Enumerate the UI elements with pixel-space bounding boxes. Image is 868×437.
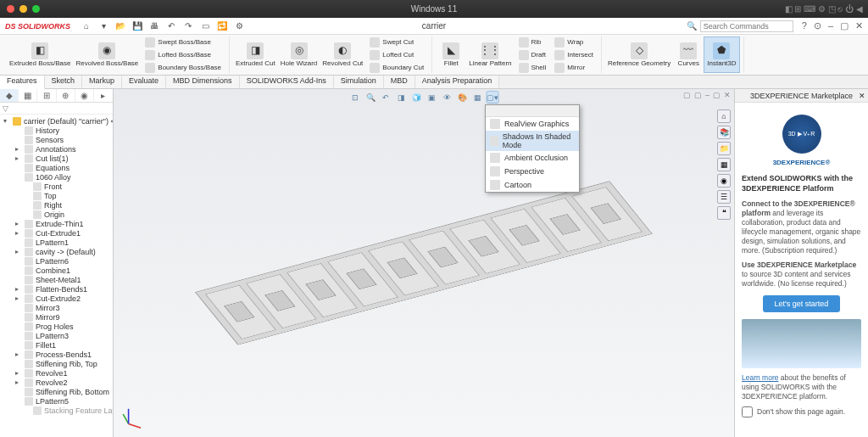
reference-geometry-button[interactable]: ◇Reference Geometry: [605, 36, 673, 73]
hide-show-icon[interactable]: 👁: [441, 91, 453, 104]
taskpane-view-palette-icon[interactable]: ▦: [717, 158, 731, 171]
tree-item[interactable]: ▸Revolve1: [2, 368, 111, 378]
mac-close[interactable]: [7, 5, 14, 13]
draft-button[interactable]: Draft: [516, 49, 549, 61]
edit-appearance-icon[interactable]: 🎨: [456, 91, 469, 104]
wrap-button[interactable]: Wrap: [552, 36, 596, 48]
config-tab[interactable]: ⊞: [37, 89, 56, 102]
tree-item[interactable]: Equations: [2, 163, 111, 172]
vp-max-icon[interactable]: ▢: [694, 91, 702, 99]
vp-min2-icon[interactable]: –: [705, 91, 709, 99]
view-settings-icon[interactable]: ▢▾: [487, 91, 499, 104]
vp-restore-icon[interactable]: ▢: [713, 91, 721, 99]
tree-item[interactable]: Mirror3: [2, 303, 111, 312]
mirror-button[interactable]: Mirror: [552, 62, 596, 74]
tab-solidworks-add-ins[interactable]: SOLIDWORKS Add-Ins: [240, 76, 334, 88]
tree-item[interactable]: Fillet1: [2, 340, 111, 350]
feature-tree-tab[interactable]: ◆: [0, 89, 19, 102]
tree-item[interactable]: LPattern1: [2, 238, 111, 247]
tree-item[interactable]: LPattern6: [2, 256, 111, 266]
mac-minimize[interactable]: [19, 5, 27, 13]
view-setting-ambient-occlusion[interactable]: Ambient Occlusion: [486, 151, 579, 165]
view-setting-cartoon[interactable]: Cartoon: [486, 178, 579, 192]
property-tab[interactable]: ▦: [19, 89, 37, 102]
extruded-boss-button[interactable]: ◧Extruded Boss/Base: [7, 36, 73, 73]
save-icon[interactable]: 💾: [131, 20, 143, 32]
rebuild-icon[interactable]: 🔁: [216, 20, 228, 32]
rib-button[interactable]: Rib: [516, 36, 549, 48]
dont-show-again[interactable]: Don't show this page again.: [742, 406, 861, 417]
vp-x-icon[interactable]: ✕: [724, 91, 731, 99]
tab-sketch[interactable]: Sketch: [45, 76, 83, 88]
undo-icon[interactable]: ↶: [165, 20, 177, 32]
lets-get-started-button[interactable]: Let's get started: [763, 295, 841, 312]
notifications-icon[interactable]: ⊙: [814, 20, 821, 31]
tree-item[interactable]: Right: [2, 200, 111, 210]
tab-mbd-dimensions[interactable]: MBD Dimensions: [166, 76, 240, 88]
tree-item[interactable]: ▸Cut-Extrude2: [2, 294, 111, 303]
boundary-cut-button[interactable]: Boundary Cut: [367, 62, 426, 74]
tab-features[interactable]: Features: [0, 76, 45, 89]
tree-item[interactable]: ▸Revolve2: [2, 378, 111, 387]
curves-button[interactable]: 〰Curves: [673, 36, 704, 73]
revolved-cut-button[interactable]: ◐Revolved Cut: [320, 36, 365, 73]
tree-item[interactable]: Stiffening Rib, Top: [2, 359, 111, 368]
view-setting-perspective[interactable]: Perspective: [486, 165, 579, 178]
tree-item[interactable]: History: [2, 126, 111, 135]
tree-item[interactable]: ▸Cut-Extrude1: [2, 228, 111, 238]
tab-evaluate[interactable]: Evaluate: [122, 76, 166, 88]
swept-boss-button[interactable]: Swept Boss/Base: [142, 36, 224, 48]
tree-filter[interactable]: ▽: [0, 103, 113, 115]
model-geometry[interactable]: [195, 181, 653, 345]
orientation-triad[interactable]: [120, 405, 147, 432]
display-style-icon[interactable]: ▣: [426, 91, 438, 104]
search-commands-input[interactable]: [700, 20, 793, 32]
tree-item[interactable]: ▸Flatten-Bends1: [2, 284, 111, 294]
lofted-cut-button[interactable]: Lofted Cut: [367, 49, 426, 61]
tree-item[interactable]: ▸Process-Bends1: [2, 350, 111, 359]
tree-item[interactable]: Mirror9: [2, 312, 111, 322]
zoom-fit-icon[interactable]: ⊡: [349, 91, 362, 104]
boundary-boss-button[interactable]: Boundary Boss/Base: [142, 62, 224, 74]
view-orient-icon[interactable]: 🧊: [410, 91, 423, 104]
section-view-icon[interactable]: ◨: [395, 91, 408, 104]
tree-item[interactable]: Prog Holes: [2, 322, 111, 331]
hole-wizard-button[interactable]: ◎Hole Wizard: [278, 36, 320, 73]
select-icon[interactable]: ▭: [199, 20, 211, 32]
taskpane-resources-icon[interactable]: ⌂: [717, 109, 731, 123]
tree-item[interactable]: Stacking Feature Layout: [2, 406, 111, 415]
tree-item[interactable]: Sensors: [2, 135, 111, 144]
prev-view-icon[interactable]: ↶: [380, 91, 392, 104]
tree-item[interactable]: LPattern3: [2, 331, 111, 340]
help-icon[interactable]: ?: [802, 20, 807, 31]
lofted-boss-button[interactable]: Lofted Boss/Base: [142, 49, 224, 61]
tree-item[interactable]: Top: [2, 191, 111, 200]
taskpane-custom-props-icon[interactable]: ☰: [717, 190, 731, 204]
intersect-button[interactable]: Intersect: [552, 49, 596, 61]
fillet-button[interactable]: ◣Fillet: [436, 36, 466, 73]
dimxpert-tab[interactable]: ⊕: [57, 89, 75, 102]
win-minimize-icon[interactable]: –: [828, 20, 833, 31]
zoom-area-icon[interactable]: 🔍: [364, 91, 377, 104]
home-icon[interactable]: ⌂: [81, 20, 92, 32]
tab-markup[interactable]: Markup: [82, 76, 122, 88]
tab-mbd[interactable]: MBD: [384, 76, 415, 88]
graphics-viewport[interactable]: ⊡ 🔍 ↶ ◨ 🧊 ▣ 👁 🎨 ▦ ▢▾ ▢ ▢ – ▢ ✕ ⌂ 📚 📁 ▦ ◉…: [114, 89, 734, 437]
taskpane-appearances-icon[interactable]: ◉: [717, 174, 731, 188]
vp-close-icon[interactable]: ▢: [683, 91, 691, 99]
extruded-cut-button[interactable]: ◨Extruded Cut: [233, 36, 278, 73]
options-icon[interactable]: ⚙: [233, 20, 245, 32]
tree-item[interactable]: ▸Annotations: [2, 144, 111, 154]
tree-item[interactable]: LPattern5: [2, 396, 111, 406]
shell-button[interactable]: Shell: [516, 62, 549, 74]
view-setting-shadows-in-shaded-mode[interactable]: Shadows In Shaded Mode: [486, 131, 579, 151]
taskpane-forum-icon[interactable]: ❝: [717, 206, 731, 220]
instant3d-button[interactable]: ⬟Instant3D: [704, 36, 739, 73]
tree-item[interactable]: Origin: [2, 210, 111, 219]
tree-item[interactable]: 1060 Alloy: [2, 172, 111, 182]
swept-cut-button[interactable]: Swept Cut: [367, 36, 426, 48]
tree-item[interactable]: ▸cavity -> (Default): [2, 247, 111, 256]
taskpane-file-explorer-icon[interactable]: 📁: [717, 142, 731, 155]
view-setting-realview-graphics[interactable]: RealView Graphics: [486, 117, 579, 131]
tab-analysis-preparation[interactable]: Analysis Preparation: [415, 76, 500, 88]
